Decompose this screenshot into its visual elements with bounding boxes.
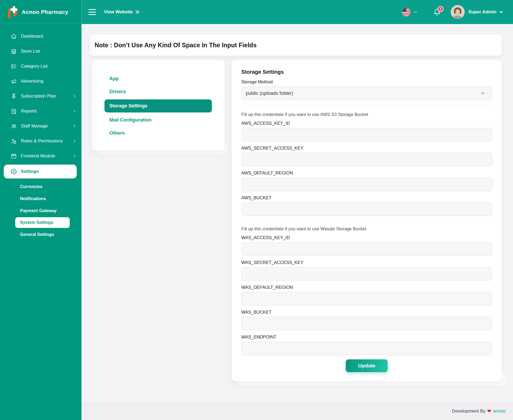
brand-logo[interactable]: Acnoo Pharmacy (0, 0, 81, 24)
was-bucket-label: WAS_BUCKET (241, 310, 492, 315)
user-chevron-down-icon[interactable] (499, 9, 504, 15)
chevron-right-icon (72, 154, 77, 158)
sidebar-item-currencies[interactable]: Currencies (0, 181, 81, 193)
user-name[interactable]: Super Admin (468, 9, 496, 15)
home-icon (11, 33, 17, 40)
sidebar-item-general-settings[interactable]: General Settings (0, 228, 81, 240)
sidebar-item-label: Roles & Permissions (21, 138, 63, 144)
page-footer: Development By ❤ acnoo (81, 402, 513, 420)
sidebar-item-label: Settings (21, 169, 39, 174)
sidebar-subitem-label: Notifications (20, 196, 46, 201)
tab-others[interactable]: Others (92, 127, 225, 140)
double-chevron-right-icon (135, 10, 140, 14)
aws-secret-access-key-input[interactable] (241, 153, 492, 166)
divider (241, 220, 492, 220)
sidebar: Acnoo Pharmacy Dashboard Store List Cate… (0, 0, 81, 420)
sidebar-item-reports[interactable]: Reports (0, 104, 81, 119)
was-default-region-input[interactable] (241, 292, 492, 305)
sidebar-item-system-settings[interactable]: System Settings (15, 217, 70, 228)
sidebar-item-store-list[interactable]: Store List (0, 44, 81, 59)
sidebar-item-label: Frontend Module (21, 153, 55, 159)
store-icon (11, 48, 17, 55)
medal-icon (11, 93, 17, 99)
gear-icon (11, 169, 17, 175)
aws-access-key-id-label: AWS_ACCESS_KEY_ID (241, 121, 492, 126)
us-flag-icon[interactable] (402, 8, 410, 16)
chevron-right-icon (72, 94, 77, 98)
was-access-key-id-label: WAS_ACCESS_KEY_ID (241, 235, 492, 240)
language-chevron-down-icon[interactable] (413, 10, 418, 14)
aws-default-region-input[interactable] (241, 178, 492, 191)
sidebar-item-frontend-module[interactable]: Frontend Module (0, 149, 81, 164)
megaphone-icon (11, 78, 17, 84)
was-access-key-id-input[interactable] (241, 242, 492, 256)
tab-mail-configuration[interactable]: Mail Configuration (92, 114, 225, 127)
role-icon (11, 138, 17, 144)
view-website-link[interactable]: View Website (104, 9, 140, 15)
aws-access-key-id-input[interactable] (241, 128, 492, 141)
footer-brand-link[interactable]: acnoo (493, 409, 506, 414)
sidebar-subitem-label: Currencies (20, 184, 42, 189)
was-endpoint-label: WAS_ENDPOINT (241, 335, 492, 340)
sidebar-item-dashboard[interactable]: Dashboard (0, 29, 81, 44)
sidebar-item-roles-permissions[interactable]: Roles & Permissions (0, 134, 81, 149)
chevron-right-icon (72, 124, 77, 128)
sidebar-subitem-label: General Settings (20, 232, 54, 237)
sidebar-item-category-list[interactable]: Category List (0, 59, 81, 74)
tab-app[interactable]: App (92, 72, 225, 85)
header-actions: 1 Super Admin (402, 5, 504, 19)
sidebar-item-payment-gateway[interactable]: Payment Gateway (0, 205, 81, 217)
notification-count-badge: 1 (438, 6, 444, 12)
top-header: View Website 1 Super Admin (81, 0, 513, 24)
sidebar-item-label: Subscription Plan (21, 94, 56, 99)
sidebar-item-label: Dashboard (21, 34, 43, 39)
storage-method-select[interactable]: public (uploads folder) (241, 87, 492, 100)
divider (241, 106, 492, 106)
sidebar-item-advertising[interactable]: Advertising (0, 74, 81, 89)
aws-helper-text: Fill up this credentials if you want to … (241, 112, 492, 117)
wasabi-helper-text: Fill up this credentials if you want to … (241, 226, 492, 231)
aws-bucket-input[interactable] (241, 203, 492, 216)
note-banner: Note : Don’t Use Any Kind Of Space In Th… (90, 35, 502, 56)
was-secret-access-key-input[interactable] (241, 267, 492, 281)
hamburger-menu-icon[interactable] (88, 9, 96, 15)
sidebar-item-label: Reports (21, 108, 37, 114)
sidebar-item-label: Advertising (21, 79, 43, 84)
storage-method-label: Storage Method (241, 79, 492, 84)
was-default-region-label: WAS_DEFAULT_REGION (241, 285, 492, 290)
sidebar-item-label: Staff Manage (21, 123, 48, 129)
notification-bell[interactable]: 1 (433, 9, 441, 16)
user-avatar[interactable] (451, 5, 465, 19)
sidebar-item-label: Store List (21, 49, 40, 54)
report-icon (11, 108, 17, 114)
was-bucket-input[interactable] (241, 317, 492, 330)
footer-text: Development By (452, 409, 485, 414)
sidebar-item-settings[interactable]: Settings (4, 165, 77, 178)
settings-tabs-card: App Drivers Storage Settings Mail Config… (92, 60, 225, 150)
brand-name: Acnoo Pharmacy (22, 9, 68, 15)
was-endpoint-input[interactable] (241, 342, 492, 355)
sidebar-subitem-label: System Settings (20, 220, 53, 225)
pharmacy-logo-icon (5, 6, 18, 18)
heart-icon: ❤ (487, 408, 491, 414)
settings-submenu: Currencies Notifications Payment Gateway… (0, 180, 81, 240)
sidebar-item-label: Category List (21, 64, 48, 69)
tab-storage-settings[interactable]: Storage Settings (104, 99, 212, 112)
sidebar-item-staff-manage[interactable]: Staff Manage (0, 119, 81, 134)
update-button[interactable]: Update (346, 359, 387, 372)
users-icon (11, 123, 17, 129)
chevron-down-icon (480, 91, 485, 96)
aws-bucket-label: AWS_BUCKET (241, 195, 492, 200)
sidebar-item-subscription-plan[interactable]: Subscription Plan (0, 89, 81, 104)
sidebar-item-notifications[interactable]: Notifications (0, 193, 81, 205)
aws-default-region-label: AWS_DEFAULT_REGION (241, 170, 492, 176)
chevron-right-icon (72, 109, 77, 113)
main-content: Note : Don’t Use Any Kind Of Space In Th… (81, 24, 513, 402)
window-icon (11, 153, 17, 159)
aws-secret-access-key-label: AWS_SECRET_ACCESS_KEY (241, 146, 492, 151)
tab-drivers[interactable]: Drivers (92, 85, 225, 98)
sidebar-menu: Dashboard Store List Category List Adver… (0, 24, 81, 240)
was-secret-access-key-label: WAS_SECRET_ACCESS_KEY (241, 260, 492, 265)
note-text: Note : Don’t Use Any Kind Of Space In Th… (95, 42, 256, 49)
storage-settings-panel: Storage Settings Storage Method public (… (232, 60, 502, 381)
